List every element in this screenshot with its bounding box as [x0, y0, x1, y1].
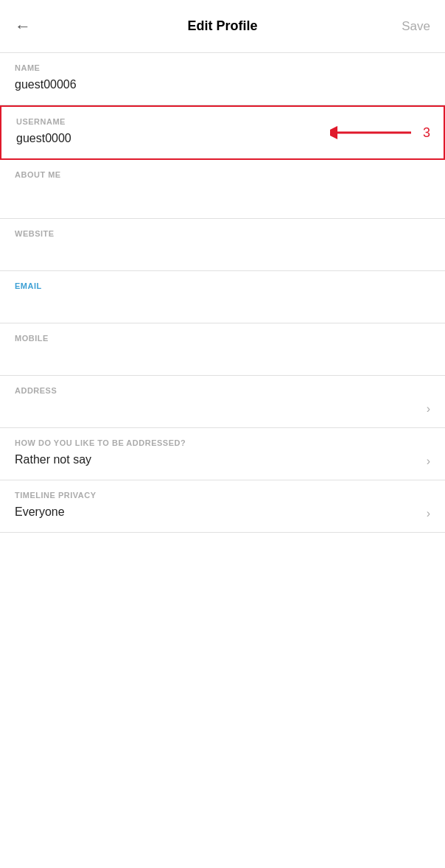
address-chevron-icon: ›	[427, 402, 430, 416]
addressed-as-field[interactable]: HOW DO YOU LIKE TO BE ADDRESSED? Rather …	[0, 428, 445, 480]
website-label: WEBSITE	[15, 229, 430, 238]
username-value: guest0000	[16, 132, 429, 148]
addressed-as-value: Rather not say	[15, 453, 91, 469]
mobile-field[interactable]: MOBILE	[0, 323, 445, 376]
username-label: USERNAME	[16, 117, 429, 126]
address-label: ADDRESS	[15, 386, 430, 395]
save-button[interactable]: Save	[401, 19, 430, 34]
timeline-privacy-label: TIMELINE PRIVACY	[15, 491, 430, 500]
mobile-value	[15, 349, 430, 365]
name-field[interactable]: NAME guest00006	[0, 53, 445, 105]
name-value: guest00006	[15, 78, 430, 94]
mobile-label: MOBILE	[15, 334, 430, 343]
website-value	[15, 244, 430, 260]
email-label: EMAIL	[15, 281, 430, 290]
back-button[interactable]: ←	[15, 17, 44, 36]
email-value	[15, 296, 430, 312]
website-field[interactable]: WEBSITE	[0, 219, 445, 271]
page-title: Edit Profile	[44, 18, 401, 34]
addressed-as-label: HOW DO YOU LIKE TO BE ADDRESSED?	[15, 438, 430, 447]
addressed-as-chevron-icon: ›	[427, 455, 430, 468]
name-label: NAME	[15, 63, 430, 72]
username-section: USERNAME guest0000 3	[0, 105, 445, 160]
address-field[interactable]: ADDRESS ›	[0, 376, 445, 428]
timeline-privacy-chevron-icon: ›	[427, 507, 430, 520]
about-me-value	[15, 185, 430, 201]
timeline-privacy-value: Everyone	[15, 505, 65, 522]
email-field[interactable]: EMAIL	[0, 271, 445, 323]
username-field[interactable]: USERNAME guest0000	[0, 105, 445, 160]
about-me-label: ABOUT ME	[15, 170, 430, 179]
header: ← Edit Profile Save	[0, 0, 445, 53]
about-me-field[interactable]: ABOUT ME	[0, 160, 445, 219]
timeline-privacy-field[interactable]: TIMELINE PRIVACY Everyone ›	[0, 480, 445, 533]
